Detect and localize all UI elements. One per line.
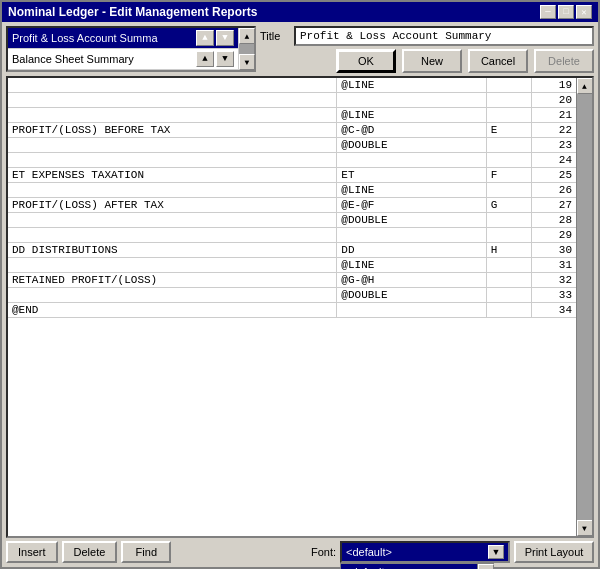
font-dropdown-arrow-icon[interactable]: ▼	[488, 545, 504, 559]
table-row[interactable]: ET EXPENSES TAXATION ET F 25	[8, 168, 576, 183]
grid-cell-letter	[486, 78, 531, 93]
list-scroll-up[interactable]: ▲	[239, 28, 255, 44]
dropdown-list-item[interactable]: <default>	[341, 564, 493, 569]
font-select[interactable]: <default> ▼	[340, 541, 510, 563]
grid-cell-code	[337, 228, 486, 243]
table-row[interactable]: @LINE 21	[8, 108, 576, 123]
grid-cell-num: 22	[531, 123, 576, 138]
list-scroll-track[interactable]	[239, 44, 254, 54]
grid-cell-code: @LINE	[337, 183, 486, 198]
grid-cell-text	[8, 288, 337, 303]
buttons-row: OK New Cancel Delete	[260, 49, 594, 73]
table-row[interactable]: 24	[8, 153, 576, 168]
cancel-button[interactable]: Cancel	[468, 49, 528, 73]
grid-cell-text	[8, 258, 337, 273]
grid-cell-num: 27	[531, 198, 576, 213]
arrow-up-button-2[interactable]: ▲	[196, 51, 214, 67]
grid-cell-letter	[486, 303, 531, 318]
grid-cell-code: @G-@H	[337, 273, 486, 288]
bottom-delete-button[interactable]: Delete	[62, 541, 118, 563]
dropdown-items: <default>@Arial Unicode MS@Batang@Batang…	[341, 564, 493, 569]
table-row[interactable]: @LINE 26	[8, 183, 576, 198]
table-row[interactable]: @LINE 31	[8, 258, 576, 273]
table-row[interactable]: @DOUBLE 33	[8, 288, 576, 303]
dropdown-scroll-up[interactable]: ▲	[478, 564, 494, 569]
list-scrollbar[interactable]: ▲ ▼	[238, 28, 254, 70]
font-select-value: <default>	[346, 546, 392, 558]
grid-cell-code: @C-@D	[337, 123, 486, 138]
main-window: Nominal Ledger - Edit Management Reports…	[0, 0, 600, 569]
print-layout-button[interactable]: Print Layout	[514, 541, 594, 563]
maximize-button[interactable]: □	[558, 5, 574, 19]
new-button[interactable]: New	[402, 49, 462, 73]
grid-cell-text: ET EXPENSES TAXATION	[8, 168, 337, 183]
list-scroll-down[interactable]: ▼	[239, 54, 255, 70]
table-row[interactable]: @END 34	[8, 303, 576, 318]
grid-cell-letter	[486, 258, 531, 273]
minimize-button[interactable]: ─	[540, 5, 556, 19]
report-list: Profit & Loss Account Summa ▲ ▼ Balance …	[6, 26, 256, 72]
table-row[interactable]: @DOUBLE 23	[8, 138, 576, 153]
table-row[interactable]: 29	[8, 228, 576, 243]
font-dropdown-container: <default> ▼ <default>@Arial Unicode MS@B…	[340, 541, 510, 563]
font-dropdown-list[interactable]: <default>@Arial Unicode MS@Batang@Batang…	[340, 563, 494, 569]
grid-cell-letter	[486, 183, 531, 198]
grid-scroll-track[interactable]	[577, 94, 592, 520]
title-input[interactable]	[294, 26, 594, 46]
arrow-down-button-2[interactable]: ▼	[216, 51, 234, 67]
grid-cell-num: 28	[531, 213, 576, 228]
grid-cell-code: @DOUBLE	[337, 213, 486, 228]
grid-cell-text	[8, 153, 337, 168]
grid-scroll-down[interactable]: ▼	[577, 520, 593, 536]
delete-button[interactable]: Delete	[534, 49, 594, 73]
grid-cell-text	[8, 213, 337, 228]
grid-cell-text	[8, 93, 337, 108]
close-button[interactable]: ✕	[576, 5, 592, 19]
table-row[interactable]: DD DISTRIBUTIONS DD H 30	[8, 243, 576, 258]
font-label: Font:	[311, 546, 336, 558]
table-row[interactable]: 20	[8, 93, 576, 108]
grid-cell-code: ET	[337, 168, 486, 183]
list-panel-container: Profit & Loss Account Summa ▲ ▼ Balance …	[6, 26, 256, 73]
grid-cell-letter	[486, 138, 531, 153]
find-button[interactable]: Find	[121, 541, 171, 563]
grid-cell-letter	[486, 273, 531, 288]
grid-cell-code	[337, 93, 486, 108]
title-label: Title	[260, 30, 290, 42]
grid-scroll-up[interactable]: ▲	[577, 78, 593, 94]
grid-cell-num: 24	[531, 153, 576, 168]
grid-cell-text	[8, 183, 337, 198]
table-row[interactable]: @LINE 19	[8, 78, 576, 93]
list-item-profit-loss-arrows: ▲ ▼	[196, 30, 234, 46]
grid-cell-code: @DOUBLE	[337, 138, 486, 153]
grid-cell-num: 31	[531, 258, 576, 273]
grid-cell-letter	[486, 213, 531, 228]
list-item-profit-loss[interactable]: Profit & Loss Account Summa ▲ ▼	[8, 28, 238, 49]
dropdown-scrollbar[interactable]: ▲ ▼	[477, 564, 493, 569]
table-row[interactable]: RETAINED PROFIT/(LOSS) @G-@H 32	[8, 273, 576, 288]
ok-button[interactable]: OK	[336, 49, 396, 73]
grid-cell-num: 29	[531, 228, 576, 243]
table-row[interactable]: PROFIT/(LOSS) AFTER TAX @E-@F G 27	[8, 198, 576, 213]
grid-cell-num: 34	[531, 303, 576, 318]
grid-cell-letter	[486, 288, 531, 303]
table-row[interactable]: PROFIT/(LOSS) BEFORE TAX @C-@D E 22	[8, 123, 576, 138]
insert-button[interactable]: Insert	[6, 541, 58, 563]
arrow-up-button[interactable]: ▲	[196, 30, 214, 46]
grid-cell-code: @LINE	[337, 258, 486, 273]
grid-cell-num: 26	[531, 183, 576, 198]
grid-cell-letter: F	[486, 168, 531, 183]
list-item-balance-sheet[interactable]: Balance Sheet Summary ▲ ▼	[8, 49, 238, 70]
grid-scrollbar[interactable]: ▲ ▼	[576, 78, 592, 536]
grid-cell-num: 25	[531, 168, 576, 183]
grid-cell-text: RETAINED PROFIT/(LOSS)	[8, 273, 337, 288]
grid-cell-text	[8, 108, 337, 123]
grid-cell-text: PROFIT/(LOSS) BEFORE TAX	[8, 123, 337, 138]
grid-cell-text	[8, 228, 337, 243]
table-row[interactable]: @DOUBLE 28	[8, 213, 576, 228]
arrow-down-button[interactable]: ▼	[216, 30, 234, 46]
list-item-balance-sheet-label: Balance Sheet Summary	[12, 53, 196, 65]
grid-cell-letter	[486, 153, 531, 168]
grid-cell-num: 32	[531, 273, 576, 288]
grid-cell-text	[8, 138, 337, 153]
